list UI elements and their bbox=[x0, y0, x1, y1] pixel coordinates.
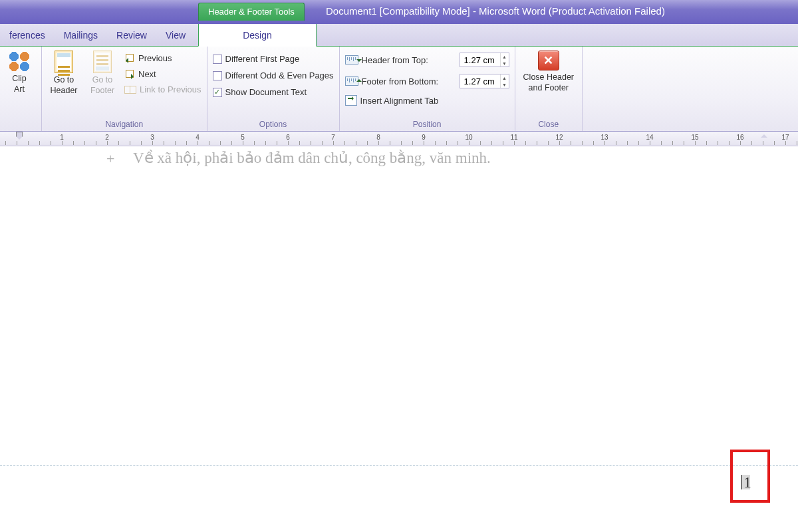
group-label-blank bbox=[3, 120, 36, 131]
ruler-left-indent-marker[interactable] bbox=[16, 132, 23, 143]
ruler-number: 9 bbox=[422, 134, 426, 141]
group-position: Header from Top: ▲▼ Footer from Bottom: … bbox=[340, 47, 515, 131]
close-icon: ✕ bbox=[538, 51, 559, 70]
ruler-number: 15 bbox=[691, 134, 698, 141]
clip-art-button[interactable]: ClipArt bbox=[3, 49, 36, 96]
group-options: Different First Page Different Odd & Eve… bbox=[207, 47, 340, 131]
context-tab-accent bbox=[0, 46, 798, 47]
horizontal-ruler[interactable]: 1234567891011121314151617 bbox=[0, 132, 798, 146]
next-button[interactable]: Next bbox=[124, 66, 201, 81]
ruler-number: 10 bbox=[465, 134, 472, 141]
window-title: Document1 [Compatibility Mode] - Microso… bbox=[326, 5, 665, 17]
different-odd-even-checkbox[interactable]: Different Odd & Even Pages bbox=[213, 68, 334, 82]
ruler-number: 2 bbox=[105, 134, 109, 141]
goto-header-button[interactable]: Go toHeader bbox=[47, 49, 80, 97]
ruler-number: 1 bbox=[60, 134, 64, 141]
group-close: ✕ Close Headerand Footer Close bbox=[515, 47, 583, 131]
spin-up[interactable]: ▲ bbox=[501, 53, 509, 60]
ruler-number: 12 bbox=[555, 134, 563, 141]
ribbon-tabs: ferences Mailings Review View Design bbox=[0, 24, 798, 47]
document-area[interactable]: + Về xã hội, phải bảo đảm dân chủ, công … bbox=[0, 146, 798, 532]
link-to-previous-button: Link to Previous bbox=[124, 82, 201, 96]
tab-design[interactable]: Design bbox=[198, 24, 317, 47]
ruler-number: 3 bbox=[150, 134, 154, 141]
ruler-right-indent-marker[interactable] bbox=[761, 132, 767, 138]
footer-separator bbox=[0, 466, 798, 466]
next-icon bbox=[124, 68, 135, 79]
clip-art-label-2: Art bbox=[14, 84, 25, 94]
footer-from-bottom-input[interactable]: ▲▼ bbox=[460, 74, 509, 88]
measure-up-icon bbox=[345, 76, 358, 86]
faded-body-text: Về xã hội, phải bảo đảm dân chủ, công bằ… bbox=[133, 149, 491, 167]
tab-references[interactable]: ferences bbox=[0, 25, 55, 45]
ruler-number: 5 bbox=[241, 134, 245, 141]
page-header-icon bbox=[55, 51, 73, 73]
tab-mailings[interactable]: Mailings bbox=[55, 25, 107, 45]
measure-down-icon bbox=[345, 55, 358, 65]
context-tab-header-footer-tools: Header & Footer Tools bbox=[198, 3, 305, 21]
ruler-number: 7 bbox=[331, 134, 335, 141]
different-first-page-checkbox[interactable]: Different First Page bbox=[213, 52, 334, 66]
ruler-number: 16 bbox=[736, 134, 743, 141]
group-label-options: Options bbox=[213, 120, 334, 131]
insert-alignment-tab-button[interactable]: Insert Alignment Tab bbox=[345, 93, 509, 108]
link-icon bbox=[124, 85, 136, 94]
checkbox-checked-icon: ✓ bbox=[213, 88, 222, 97]
group-navigation: Go toHeader Go toFooter Previous Next Li… bbox=[42, 47, 207, 131]
faded-bullet: + bbox=[106, 150, 114, 168]
tab-review[interactable]: Review bbox=[107, 25, 156, 45]
ruler-number: 6 bbox=[286, 134, 290, 141]
previous-button[interactable]: Previous bbox=[124, 51, 201, 65]
group-label-close: Close bbox=[521, 120, 577, 131]
ruler-ticks bbox=[0, 132, 798, 146]
clip-art-label-1: Clip bbox=[12, 74, 27, 83]
page-footer-icon bbox=[93, 51, 112, 73]
previous-icon bbox=[124, 53, 135, 63]
clip-art-icon bbox=[8, 51, 31, 72]
ruler-number: 8 bbox=[376, 134, 380, 141]
close-header-footer-button[interactable]: ✕ Close Headerand Footer bbox=[521, 49, 577, 94]
spin-down[interactable]: ▼ bbox=[501, 60, 509, 66]
group-label-position: Position bbox=[345, 120, 509, 131]
group-label-navigation: Navigation bbox=[47, 120, 201, 131]
goto-footer-button: Go toFooter bbox=[86, 49, 119, 97]
checkbox-icon bbox=[213, 71, 222, 80]
ruler-number: 11 bbox=[510, 134, 517, 141]
ruler-number: 13 bbox=[600, 134, 608, 141]
show-document-text-checkbox[interactable]: ✓ Show Document Text bbox=[213, 85, 334, 99]
checkbox-icon bbox=[213, 55, 222, 64]
spin-up[interactable]: ▲ bbox=[501, 74, 509, 81]
spin-down[interactable]: ▼ bbox=[501, 81, 509, 88]
ribbon: ClipArt Go toHeader Go toFooter Previous bbox=[0, 47, 798, 132]
ruler-number: 17 bbox=[781, 134, 789, 141]
alignment-tab-icon bbox=[345, 95, 357, 106]
ruler-number: 4 bbox=[196, 134, 200, 141]
header-from-top-row: Header from Top: ▲▼ bbox=[345, 51, 509, 69]
page-number-field[interactable]: 1 bbox=[743, 473, 751, 491]
footer-from-bottom-row: Footer from Bottom: ▲▼ bbox=[345, 72, 509, 90]
tab-view[interactable]: View bbox=[156, 25, 195, 45]
header-from-top-input[interactable]: ▲▼ bbox=[460, 53, 509, 67]
title-bar: Header & Footer Tools Document1 [Compati… bbox=[0, 0, 798, 24]
ruler-number: 14 bbox=[646, 134, 653, 141]
group-illustrations: ClipArt bbox=[0, 47, 42, 131]
